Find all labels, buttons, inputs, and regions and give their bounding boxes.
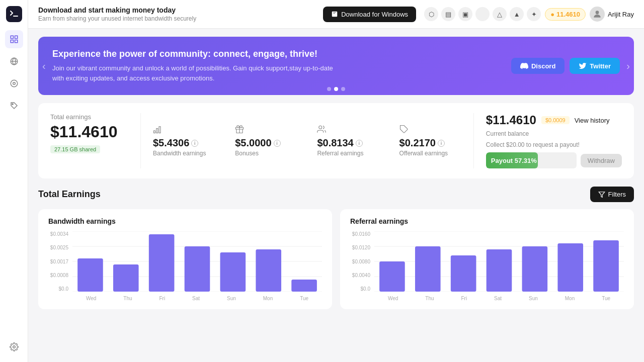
banner-description: Join our vibrant community and unlock a …	[52, 63, 344, 83]
download-button[interactable]: Download for Windows	[323, 7, 416, 22]
platform-image[interactable]: ▤	[441, 7, 455, 21]
svg-point-11	[596, 11, 599, 14]
shared-badge: 27.15 GB shared	[50, 145, 100, 153]
svg-point-8	[12, 104, 13, 105]
platform-apple[interactable]	[475, 7, 490, 21]
svg-rect-24	[113, 264, 139, 292]
payout-section: $11.4610 $0.0009 View history Current ba…	[473, 113, 622, 168]
twitter-button[interactable]: Twitter	[570, 58, 620, 74]
banner-dot-1[interactable]	[327, 87, 331, 91]
svg-rect-40	[557, 243, 583, 292]
referral-y-axis: $0.0160 $0.0120 $0.0080 $0.0040 $0.0	[350, 231, 372, 292]
withdraw-button[interactable]: Withdraw	[581, 154, 622, 167]
user-name: Arijit Ray	[608, 11, 634, 18]
app-logo	[6, 6, 22, 22]
banner-content: Experience the power of community: conne…	[52, 49, 511, 83]
discord-button[interactable]: Discord	[511, 58, 565, 74]
offerwall-info-icon[interactable]: i	[438, 140, 445, 147]
bandwidth-label: Bandwidth earnings	[153, 150, 227, 157]
svg-point-6	[11, 80, 18, 87]
referral-label: Referral earnings	[317, 150, 391, 157]
stats-card: Total earnings $11.4610 27.15 GB shared …	[38, 103, 634, 178]
referral-value: $0.8134 i	[317, 137, 391, 149]
bonuses-icon	[235, 125, 309, 136]
referral-bars-container: WedThuFriSatSunMonTue	[374, 231, 624, 301]
referral-chart-title: Referral earnings	[350, 217, 624, 225]
payout-collect-text: Collect $20.00 to request a payout!	[486, 141, 622, 148]
stat-offerwall: $0.2170 i Offerwall earnings	[399, 125, 473, 157]
svg-rect-25	[149, 234, 175, 292]
platform-other[interactable]: ✦	[527, 7, 541, 21]
bandwidth-bars-svg	[72, 231, 322, 292]
platform-android[interactable]: ⬡	[424, 7, 438, 21]
payout-balance-label: Current balance	[486, 130, 622, 137]
banner-next-button[interactable]: ›	[626, 60, 630, 72]
platform-linux[interactable]: △	[493, 7, 507, 21]
bandwidth-value: $5.4306 i	[153, 137, 227, 149]
platform-windows[interactable]: ▣	[458, 7, 472, 21]
filters-button[interactable]: Filters	[590, 187, 634, 202]
svg-point-15	[319, 126, 322, 129]
banner-dot-2[interactable]	[334, 87, 338, 91]
offerwall-value: $0.2170 i	[399, 137, 473, 149]
user-menu[interactable]: Arijit Ray	[590, 7, 634, 22]
banner-dots	[327, 87, 345, 91]
svg-rect-0	[11, 36, 13, 38]
platform-icons: ⬡ ▤ ▣ △ ▲ ✦	[424, 7, 541, 21]
svg-rect-37	[451, 255, 476, 292]
sidebar	[0, 0, 28, 362]
offerwall-label: Offerwall earnings	[399, 150, 473, 157]
topbar-title: Download and start making money today	[38, 6, 196, 14]
platform-arch[interactable]: ▲	[510, 7, 524, 21]
bonuses-info-icon[interactable]: i	[274, 140, 281, 147]
sidebar-item-activity[interactable]	[5, 74, 23, 93]
payout-controls: Payout 57.31% Withdraw	[486, 152, 622, 168]
referral-icon	[317, 125, 391, 136]
bandwidth-chart-title: Bandwidth earnings	[48, 217, 322, 225]
svg-marker-17	[599, 192, 605, 197]
bandwidth-y-axis: $0.0034 $0.0025 $0.0017 $0.0008 $0.0	[48, 231, 70, 292]
payout-amount: $11.4610	[486, 113, 536, 127]
svg-rect-39	[522, 246, 548, 292]
bandwidth-info-icon[interactable]: i	[191, 140, 198, 147]
topbar: Download and start making money today Ea…	[28, 0, 644, 29]
user-avatar	[590, 7, 605, 22]
svg-rect-28	[256, 249, 281, 292]
bandwidth-x-labels: WedThuFriSatSunMonTue	[72, 296, 322, 301]
svg-rect-13	[156, 129, 158, 133]
view-history-button[interactable]: View history	[575, 117, 610, 124]
main-content: Download and start making money today Ea…	[28, 0, 644, 362]
bandwidth-icon	[153, 125, 227, 136]
stats-total: Total earnings $11.4610 27.15 GB shared	[50, 113, 141, 168]
charts-row: Bandwidth earnings $0.0034 $0.0025 $0.00…	[38, 209, 634, 309]
sidebar-item-tags[interactable]	[5, 97, 23, 115]
pending-badge: $0.0009	[541, 116, 570, 124]
banner-dot-3[interactable]	[341, 87, 345, 91]
svg-point-7	[13, 82, 15, 85]
svg-point-9	[13, 346, 15, 348]
banner-buttons: Discord Twitter	[511, 58, 620, 74]
payout-progress-bar: Payout 57.31%	[486, 152, 577, 168]
bandwidth-chart-area: $0.0034 $0.0025 $0.0017 $0.0008 $0.0	[48, 231, 322, 301]
referral-chart-card: Referral earnings $0.0160 $0.0120 $0.008…	[340, 209, 634, 309]
svg-rect-3	[11, 40, 13, 43]
referral-chart-area: $0.0160 $0.0120 $0.0080 $0.0040 $0.0	[350, 231, 624, 301]
referral-x-labels: WedThuFriSatSunMonTue	[374, 296, 624, 301]
topbar-subtitle: Earn from sharing your unused internet b…	[38, 15, 196, 22]
banner-prev-button[interactable]: ‹	[42, 60, 46, 72]
sidebar-item-globe[interactable]	[5, 52, 23, 70]
payout-header: $11.4610 $0.0009 View history	[486, 113, 622, 127]
stats-total-value: $11.4610	[50, 123, 128, 141]
sidebar-item-settings[interactable]	[5, 338, 23, 356]
svg-rect-12	[154, 131, 155, 133]
promo-banner: ‹ Experience the power of community: con…	[38, 37, 634, 95]
svg-rect-14	[159, 127, 160, 133]
svg-rect-23	[77, 258, 103, 292]
svg-rect-38	[487, 249, 512, 292]
content-area: ‹ Experience the power of community: con…	[28, 29, 644, 362]
referral-info-icon[interactable]: i	[356, 140, 363, 147]
bonuses-label: Bonuses	[235, 150, 309, 157]
sidebar-item-dashboard[interactable]	[5, 30, 23, 48]
bandwidth-bars-container: WedThuFriSatSunMonTue	[72, 231, 322, 301]
earnings-header: Total Earnings Filters	[38, 187, 634, 202]
